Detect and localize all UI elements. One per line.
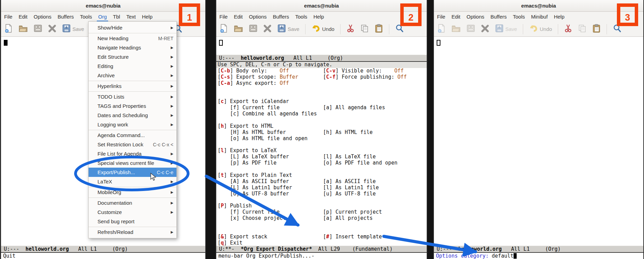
menu-item-show-hide[interactable]: Show/Hide▶ bbox=[89, 23, 176, 32]
menu-item-todo-lists[interactable]: TODO Lists▶ bbox=[89, 92, 176, 101]
menubar-item-text[interactable]: Text bbox=[123, 12, 139, 22]
menu-item-file-list-for-agenda[interactable]: File List for Agenda▶ bbox=[89, 149, 176, 158]
menubar-item-edit[interactable]: Edit bbox=[15, 12, 31, 22]
menu-item-latex[interactable]: LaTeX▶ bbox=[89, 177, 176, 186]
menu-item-new-heading[interactable]: New HeadingM-RET bbox=[89, 34, 176, 43]
save-icon[interactable]: Save bbox=[277, 24, 299, 34]
new-file-icon[interactable] bbox=[437, 24, 446, 34]
menubar-item-file[interactable]: File bbox=[1, 12, 15, 22]
menu-item-editing[interactable]: Editing▶ bbox=[89, 61, 176, 71]
menubar-item-help[interactable]: Help bbox=[139, 12, 156, 22]
menu-item-logging-work[interactable]: Logging work▶ bbox=[89, 120, 176, 129]
menubar-item-tools[interactable]: Tools bbox=[292, 12, 310, 22]
menu-item-label: Show/Hide bbox=[97, 25, 168, 31]
new-file-icon[interactable] bbox=[220, 24, 228, 34]
menu-item-set-restriction-lock[interactable]: Set Restriction LockC-c C-x < bbox=[89, 140, 176, 149]
toolbar-separator bbox=[558, 24, 558, 34]
menu-item-agenda-command[interactable]: Agenda Command... bbox=[89, 131, 176, 140]
menubar-item-org[interactable]: Org bbox=[95, 12, 110, 22]
menu-item-customize[interactable]: Customize▶ bbox=[89, 207, 176, 217]
menu-item-send-bug-report[interactable]: Send bug report bbox=[89, 217, 176, 226]
open-folder-icon[interactable] bbox=[451, 24, 461, 34]
echo-area: menu-bar Org Export/Publish...- bbox=[216, 253, 427, 259]
menubar-item-minibuf[interactable]: Minibuf bbox=[528, 12, 551, 22]
save-icon[interactable]: Save bbox=[62, 24, 84, 34]
menu-item-documentation[interactable]: Documentation▶ bbox=[89, 198, 176, 207]
menu-item-refresh-reload[interactable]: Refresh/Reload▶ bbox=[89, 227, 176, 237]
toolbar: SaveUndo bbox=[216, 22, 427, 37]
menubar-item-file[interactable]: File bbox=[216, 12, 231, 22]
menubar-item-tools[interactable]: Tools bbox=[77, 12, 95, 22]
submenu-arrow-icon: ▶ bbox=[171, 95, 173, 99]
minibuffer[interactable]: Options category: default bbox=[434, 253, 643, 259]
menu-item-tags-and-properties[interactable]: TAGS and Properties▶ bbox=[89, 101, 176, 111]
menubar-item-edit[interactable]: Edit bbox=[231, 12, 246, 22]
close-icon[interactable] bbox=[48, 24, 56, 34]
menubar-item-help[interactable]: Help bbox=[551, 12, 567, 22]
undo-icon[interactable]: Undo bbox=[529, 24, 552, 34]
titlebar[interactable]: emacs@nubia bbox=[216, 0, 427, 12]
menu-item-label: Customize bbox=[97, 209, 168, 215]
submenu-arrow-icon: ▶ bbox=[171, 123, 173, 126]
menubar-item-buffers[interactable]: Buffers bbox=[55, 12, 77, 22]
menu-item-edit-structure[interactable]: Edit Structure▶ bbox=[89, 52, 176, 61]
save-archive-icon[interactable] bbox=[467, 24, 475, 34]
menubar-item-buffers[interactable]: Buffers bbox=[270, 12, 292, 22]
cut-icon[interactable] bbox=[346, 24, 355, 34]
menu-item-dates-and-scheduling[interactable]: Dates and Scheduling▶ bbox=[89, 111, 176, 120]
paste-icon[interactable] bbox=[375, 24, 383, 34]
close-icon[interactable] bbox=[481, 24, 489, 34]
menubar-item-buffers[interactable]: Buffers bbox=[487, 12, 510, 22]
save-archive-icon[interactable] bbox=[249, 24, 257, 34]
cut-glyph bbox=[564, 24, 572, 34]
save-icon[interactable]: Save bbox=[495, 24, 517, 34]
menubar-item-options[interactable]: Options bbox=[31, 12, 55, 22]
close-icon[interactable] bbox=[263, 24, 272, 34]
save-archive-icon[interactable] bbox=[34, 24, 42, 34]
buffer-helloworld[interactable] bbox=[216, 37, 427, 55]
menu-separator bbox=[89, 227, 176, 227]
menu-item-navigate-headings[interactable]: Navigate Headings▶ bbox=[89, 43, 176, 52]
submenu-arrow-icon: ▶ bbox=[171, 74, 173, 77]
menu-item-export-publish[interactable]: Export/Publish...C-c C-e bbox=[89, 168, 176, 177]
modeline-top: U:--- helloworld.org All L1 (Org) bbox=[216, 55, 427, 62]
submenu-arrow-icon: ▶ bbox=[171, 113, 173, 117]
buffer-helloworld[interactable] bbox=[434, 37, 643, 246]
menubar-item-tools[interactable]: Tools bbox=[510, 12, 528, 22]
window-title: emacs@nubia bbox=[304, 3, 339, 9]
menubar-item-options[interactable]: Options bbox=[246, 12, 270, 22]
new-file-glyph bbox=[437, 24, 446, 34]
step-badge-3: 3 bbox=[617, 3, 638, 26]
text-cursor bbox=[219, 40, 223, 46]
menubar-item-file[interactable]: File bbox=[434, 12, 448, 22]
menu-item-label: Editing bbox=[97, 63, 168, 69]
menubar-item-options[interactable]: Options bbox=[463, 12, 487, 22]
menu-item-special-views-current-file[interactable]: Special views current file▶ bbox=[89, 158, 176, 168]
menubar-item-tbl[interactable]: Tbl bbox=[110, 12, 123, 22]
modeline-buffer-name: helloworld.org bbox=[25, 246, 69, 252]
menu-item-mobileorg[interactable]: MobileOrg▶ bbox=[89, 188, 176, 197]
menu-item-archive[interactable]: Archive▶ bbox=[89, 71, 176, 80]
dispatcher-line: [t] Export to Plain Text bbox=[218, 172, 427, 179]
menubar-item-edit[interactable]: Edit bbox=[448, 12, 463, 22]
paste-icon[interactable] bbox=[593, 24, 601, 34]
undo-icon[interactable]: Undo bbox=[311, 24, 334, 34]
save-label: Save bbox=[288, 26, 299, 32]
open-folder-icon[interactable] bbox=[19, 24, 28, 34]
copy-icon[interactable] bbox=[360, 24, 369, 34]
close-glyph bbox=[481, 24, 489, 34]
dispatcher-line: [f] Current file [p] Current project bbox=[218, 209, 427, 215]
menu-item-hyperlinks[interactable]: Hyperlinks▶ bbox=[89, 81, 176, 91]
cut-icon[interactable] bbox=[564, 24, 572, 34]
new-file-icon[interactable] bbox=[4, 24, 13, 34]
minibuffer-cursor bbox=[514, 253, 517, 259]
open-folder-icon[interactable] bbox=[234, 24, 243, 34]
minibuffer-input: default bbox=[492, 253, 514, 259]
titlebar[interactable]: emacs@nubia bbox=[434, 0, 643, 12]
menu-item-label: Refresh/Reload bbox=[97, 229, 168, 235]
dispatcher-line: [H] As HTML buffer [h] As HTML file bbox=[218, 130, 427, 136]
titlebar[interactable]: emacs@nubia bbox=[1, 0, 205, 12]
copy-icon[interactable] bbox=[578, 24, 587, 34]
save-glyph bbox=[495, 24, 504, 34]
menubar-item-help[interactable]: Help bbox=[310, 12, 327, 22]
